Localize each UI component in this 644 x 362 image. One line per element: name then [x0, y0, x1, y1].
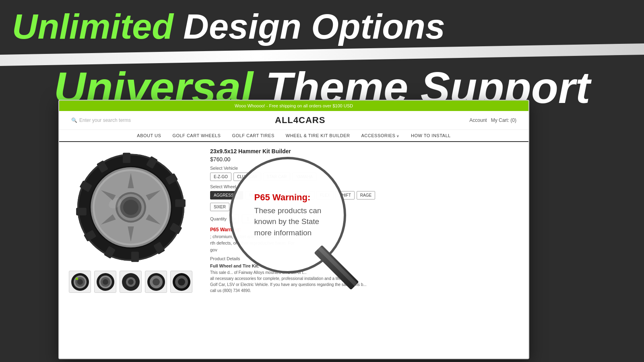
thumb-3[interactable]	[120, 271, 142, 293]
wheel-btn-sixer[interactable]: SIXER	[210, 203, 229, 211]
svg-point-32	[77, 279, 83, 285]
headline-1: Unlimited Design Options	[12, 8, 632, 45]
svg-point-46	[178, 278, 185, 286]
wheel-btn-rallye[interactable]: RALLYE	[268, 191, 290, 200]
product-details-label: Product Details	[210, 256, 520, 261]
headline-1-white: Design Options	[173, 6, 445, 46]
product-details-column: 23x9.5x12 Hammer Kit Builder $760.00 Sel…	[202, 142, 528, 359]
thumb-5[interactable]	[170, 271, 192, 293]
search-placeholder: Enter your search terms	[79, 117, 131, 123]
nav-about-us[interactable]: ABOUT US	[137, 133, 161, 138]
wheel-btn-flex[interactable]: FLEX	[316, 191, 334, 200]
store-product-area: 23x9.5x12 Hammer Kit Builder $760.00 Sel…	[59, 142, 528, 359]
detail-text: This sale d... of Fairway Alloys mounted…	[210, 270, 367, 293]
store-topbar: Wooo Whoooo! - Free shipping on all orde…	[59, 101, 528, 111]
quantity-input[interactable]	[242, 214, 254, 223]
svg-point-27	[123, 200, 138, 215]
nav-accessories[interactable]: ACCESSORIES	[361, 133, 399, 138]
wheel-btn-battle[interactable]: BATTLE	[292, 191, 314, 200]
svg-rect-2	[123, 153, 130, 163]
thumbnail-row	[69, 271, 192, 293]
detail-heading: Full Wheel and Tire Kit:	[210, 263, 259, 268]
svg-point-43	[153, 278, 160, 286]
product-title: 23x9.5x12 Hammer Kit Builder	[210, 148, 520, 154]
tire-svg	[72, 150, 189, 265]
p65-text: ; chromium, nickel and lead which are rt…	[210, 233, 520, 253]
product-details-content: Full Wheel and Tire Kit: This sale d... …	[210, 263, 520, 294]
svg-point-33	[76, 278, 78, 280]
account-link[interactable]: Account	[469, 117, 487, 123]
svg-point-37	[103, 279, 108, 285]
quantity-increase[interactable]: +	[257, 214, 266, 223]
nav-golf-cart-tires[interactable]: GOLF CART TIRES	[232, 133, 274, 138]
wheel-btn-rebel[interactable]: REBEL	[245, 191, 266, 200]
vehicle-btn-yamaha[interactable]: YAMAHA	[292, 173, 316, 181]
headline-section-1: Unlimited Design Options	[0, 0, 644, 45]
svg-point-40	[128, 279, 134, 285]
svg-rect-5	[175, 200, 185, 207]
quantity-row: Quantity − +	[210, 214, 520, 223]
nav-wheel-tire-kit[interactable]: WHEEL & TIRE KIT BUILDER	[286, 133, 350, 138]
wheel-options: AGGRESSOR REBEL RALLYE BATTLE FLEX SHIFT…	[210, 191, 520, 200]
thumb-4[interactable]	[145, 271, 167, 293]
search-area[interactable]: 🔍 Enter your search terms	[71, 117, 131, 123]
wheel-options-2: SIXER	[210, 203, 520, 211]
store-account-area: Account My Cart: (0)	[469, 117, 516, 123]
p65-warning: P65 Warning: ; chromium, nickel and lead…	[210, 226, 520, 253]
product-image-column	[59, 142, 202, 359]
quantity-decrease[interactable]: −	[230, 214, 239, 223]
vehicle-options: E-Z-GO CLUB CAR STAR CAR YAMAHA	[210, 173, 520, 181]
svg-rect-11	[76, 208, 86, 215]
vehicle-btn-starcar[interactable]: STAR CAR	[263, 173, 291, 181]
wheel-btn-rage[interactable]: RAGE	[357, 191, 375, 200]
thumb-2[interactable]	[94, 271, 116, 293]
wheel-btn-shift[interactable]: SHIFT	[336, 191, 355, 200]
store-mockup: Wooo Whoooo! - Free shipping on all orde…	[58, 100, 529, 359]
search-icon: 🔍	[71, 117, 77, 123]
store-header: 🔍 Enter your search terms ALL4CARS Accou…	[59, 111, 528, 130]
select-wheel-label: Select Wheel	[210, 184, 520, 189]
wheel-btn-aggressor[interactable]: AGGRESSOR	[210, 191, 243, 200]
vehicle-btn-ezgo[interactable]: E-Z-GO	[210, 173, 231, 181]
topbar-text: Wooo Whoooo! - Free shipping on all orde…	[235, 103, 353, 108]
product-price: $760.00	[210, 156, 520, 162]
thumb-1[interactable]	[69, 271, 91, 293]
store-logo: ALL4CARS	[275, 115, 325, 125]
nav-golf-cart-wheels[interactable]: GOLF CART WHEELS	[172, 133, 221, 138]
store-nav: ABOUT US GOLF CART WHEELS GOLF CART TIRE…	[59, 130, 528, 142]
p65-title: P65 Warning:	[210, 226, 520, 233]
vehicle-btn-clubcar[interactable]: CLUB CAR	[233, 173, 261, 181]
cart-link[interactable]: My Cart: (0)	[491, 117, 516, 123]
select-vehicle-label: Select Vehicle	[210, 166, 520, 171]
svg-rect-8	[131, 252, 138, 262]
product-main-image	[68, 148, 193, 267]
quantity-label: Quantity	[210, 216, 227, 221]
headline-1-green: Unlimited	[12, 6, 173, 46]
nav-how-to-install[interactable]: HOW TO INSTALL	[411, 133, 451, 138]
